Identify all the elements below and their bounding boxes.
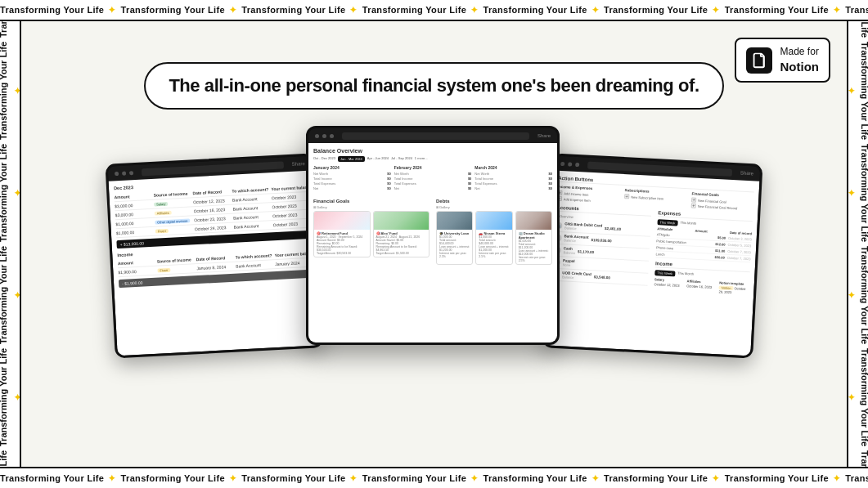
- exp-date-3: October 7, 2023: [727, 249, 751, 254]
- ticker-bottom-content: Transforming Your Life ✦ Transforming Yo…: [0, 473, 868, 484]
- debt-card-body-1: 🎓 University Loan $1,000.00 Total amount…: [437, 230, 472, 260]
- financial-goals-col: Financial Goals + New Financial Goal + N…: [691, 191, 754, 212]
- balance-overview-title: Balance Overview: [313, 148, 552, 154]
- tab-this-week[interactable]: This Week: [657, 219, 677, 226]
- col-account: To which account?: [232, 186, 268, 193]
- cell-amount: $3,000.00: [115, 202, 151, 208]
- ticker-left-content: Transforming Your Life ✦ Transforming Yo…: [0, 21, 21, 467]
- cell-source-2: Fiverr: [157, 266, 194, 272]
- account-info-uob: UOB Credit Card Balance: [562, 271, 591, 280]
- month-jan-title: January 2024: [313, 165, 391, 170]
- new-subscription-btn[interactable]: + New Subscription Item: [624, 194, 686, 202]
- tablet-right-share: Share: [740, 170, 753, 176]
- ticker-bottom: Transforming Your Life ✦ Transforming Yo…: [0, 467, 868, 488]
- tablet-dot-c1: [315, 134, 319, 138]
- income-notion-date: Notion October 29, 2023: [719, 285, 749, 295]
- stat-label: Total Income: [313, 177, 332, 181]
- exp-date-1: October 3, 2023: [728, 236, 752, 241]
- exp-amount-1: $5.00: [717, 235, 726, 240]
- cell-balance: October 2023: [272, 221, 309, 227]
- ticker-star-icon: ✦: [470, 473, 478, 484]
- vticker-item: Transforming Your Life ✦: [0, 450, 21, 467]
- tab-jan-mar[interactable]: Jan - Mar 2024: [338, 156, 365, 162]
- vticker-star-icon: ✦: [847, 392, 857, 403]
- stat-val: $0: [468, 181, 471, 186]
- tab-jul-sep[interactable]: Jul - Sep 2024: [391, 156, 412, 162]
- stat-row: Total Income $0: [474, 177, 552, 181]
- tablet-dot-2: [122, 171, 126, 175]
- goals-debts-row: Financial Goals ⊞ Gallery 🎯 Retirement F…: [313, 195, 552, 268]
- cell-balance: October 2023: [272, 212, 309, 218]
- ticker-star-icon: ✦: [229, 473, 236, 484]
- vticker-item: Transforming Your Life ✦: [847, 144, 868, 242]
- debt-card-apartment: 🏢 Dream Studio Apartment $1,000.00 Total…: [515, 211, 552, 265]
- account-info-cash: Cash Balance: [563, 246, 575, 255]
- goal-card-body-2: 🎯 Alex' Fund August 21, 2024 · August 21…: [374, 230, 430, 257]
- plus-icon-3: +: [624, 194, 629, 199]
- ticker-right: Transforming Your Life ✦ Transforming Yo…: [847, 21, 868, 467]
- notion-badge-text: Made for Notion: [780, 46, 819, 74]
- ticker-text: Transforming Your Life: [362, 5, 466, 15]
- stat-val: $0: [549, 186, 552, 190]
- gallery-label-goals: ⊞ Gallery: [313, 205, 430, 209]
- cell-account: Bank Account: [233, 213, 270, 220]
- exp-amount-3: $11.00: [715, 248, 725, 253]
- stat-val: $0: [468, 172, 471, 176]
- stat-label: Total Expenses: [313, 181, 335, 186]
- notion-badge: Made for Notion: [735, 38, 830, 83]
- ticker-text: Transforming Your Life: [845, 5, 868, 15]
- tab-oct-dec[interactable]: Oct - Dec 2023: [313, 156, 335, 162]
- notion-logo-icon: [746, 47, 772, 74]
- tab-more[interactable]: 1 more...: [415, 156, 428, 162]
- stat-val: $0: [387, 177, 390, 181]
- exp-date-2: October 5, 2023: [728, 243, 752, 248]
- stat-label: Total Income: [394, 177, 413, 181]
- month-feb: February 2024 Net Worth $0 Total Income …: [394, 165, 472, 191]
- exp-amount-2: $12.00: [715, 242, 725, 247]
- ticker-text: Transforming Your Life: [483, 5, 587, 15]
- vticker-text: Transforming Your Life: [0, 21, 8, 38]
- tab-income-this-week[interactable]: This Week: [654, 270, 675, 276]
- cell-balance: October 2023: [272, 194, 308, 200]
- stat-row: Net Worth $0: [313, 172, 391, 176]
- month-feb-title: February 2024: [394, 165, 472, 170]
- cell-date-2: January 8, 2024: [196, 264, 233, 271]
- debt-monthly-2: Loan amount + interest: $1,200.00: [479, 245, 509, 252]
- ticker-star-icon: ✦: [349, 5, 357, 16]
- cell-account: Bank Account: [234, 222, 271, 229]
- stat-label: Net Worth: [313, 172, 328, 176]
- ticker-text: Transforming Your Life: [241, 473, 345, 483]
- exp-col-amount: Amount: [695, 229, 707, 234]
- stat-val: $0: [387, 181, 390, 186]
- tablet-share: Share: [292, 161, 305, 167]
- vticker-star-icon: ✦: [11, 86, 21, 96]
- ticker-star-icon: ✦: [833, 473, 840, 484]
- debt-monthly-1: Loan amount + interest: $1,200.00: [439, 245, 470, 252]
- stat-label: Net: [474, 186, 479, 190]
- col-account-2: To which account?: [235, 253, 272, 259]
- tab-apr-jun[interactable]: Apr - Jun 2024: [367, 156, 389, 162]
- ticker-star-icon: ✦: [712, 5, 719, 16]
- goal-card-alex: 🎯 Alex' Fund August 21, 2024 · August 21…: [373, 211, 430, 257]
- ticker-text: Transforming Your Life: [0, 5, 104, 15]
- ticker-text: Transforming Your Life: [362, 473, 466, 483]
- tablet-center-header: Share: [308, 128, 557, 143]
- tab-this-month[interactable]: This Month: [680, 221, 696, 227]
- new-goal-record-label: New Financial Goal Record: [698, 204, 738, 210]
- stat-val: $0: [387, 172, 390, 176]
- stat-val: $0: [468, 177, 471, 181]
- stat-label: Net: [313, 186, 318, 190]
- goal-monthly-2: Remaining Amount to be Saved: $4,963.50: [376, 245, 427, 252]
- stat-label: Net Worth: [474, 172, 489, 176]
- tab-income-this-month[interactable]: This Month: [677, 271, 694, 278]
- balance-tabs: Oct - Dec 2023 Jan - Mar 2024 Apr - Jun …: [313, 156, 552, 162]
- debt-img-loan: [437, 212, 472, 230]
- ticker-text: Transforming Your Life: [121, 473, 225, 483]
- ticker-star-icon: ✦: [108, 473, 115, 484]
- debt-card-body-2: 🚗 Nissan Xterra $1,000.00 Total amount: …: [476, 230, 511, 260]
- balance-months-row: January 2024 Net Worth $0 Total Income $…: [313, 165, 552, 191]
- ticker-text: Transforming Your Life: [725, 5, 829, 15]
- ticker-item: Transforming Your Life ✦: [362, 473, 479, 484]
- ticker-star-icon: ✦: [108, 5, 115, 16]
- cell-balance: October 2023: [272, 203, 308, 209]
